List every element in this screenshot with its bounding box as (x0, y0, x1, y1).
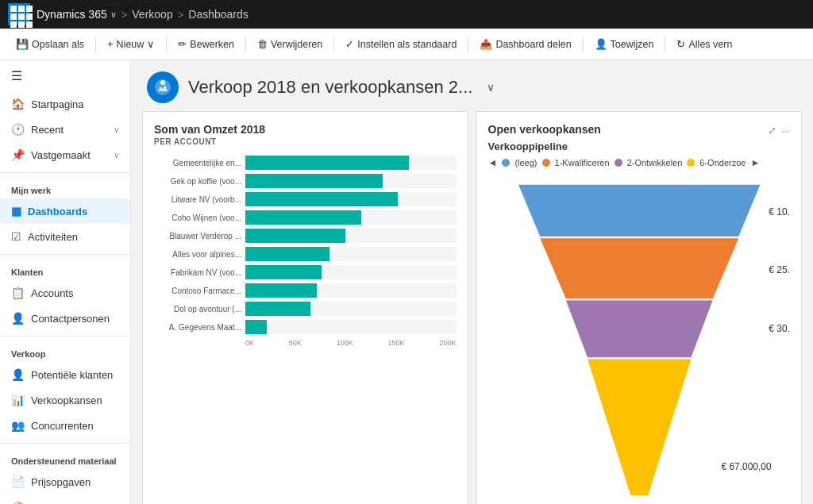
bar-chart-title: Som van Omzet 2018 (154, 123, 457, 136)
bar-row: Gek op koffie (voo... (154, 174, 457, 188)
sidebar-item-prijsopgaven[interactable]: 📄 Prijsopgaven (0, 469, 130, 494)
bewerken-button[interactable]: ✏ Bewerken (171, 34, 241, 54)
bar-track (245, 247, 457, 261)
bar-row: Alles voor alpines... (154, 247, 457, 261)
verwijderen-label: Verwijderen (271, 39, 322, 50)
opslaan-button[interactable]: 💾 Opslaan als (10, 34, 91, 54)
bar-track (245, 302, 457, 316)
bar-fill (245, 174, 383, 188)
svg-marker-2 (518, 185, 760, 237)
delen-button[interactable]: 📤 Dashboard delen (473, 34, 577, 54)
sidebar-item-recent[interactable]: 🕐 Recent ∨ (0, 117, 130, 142)
plus-icon: + (107, 38, 114, 50)
bar-chart-axes: 0K50K100K150K200K (245, 339, 457, 347)
legend-dot-leeg (502, 159, 510, 167)
svg-marker-4 (540, 238, 738, 298)
sidebar-toggle[interactable]: ☰ (0, 60, 130, 91)
topbar-separator2: > (178, 9, 184, 21)
more-icon[interactable]: ··· (781, 125, 790, 137)
sidebar-item-potentiele[interactable]: 👤 Potentiële klanten (0, 362, 130, 387)
bar-fill (245, 210, 361, 225)
sidebar-item-vastgemaakt[interactable]: 📌 Vastgemaakt ∨ (0, 142, 130, 167)
verwijderen-button[interactable]: 🗑 Verwijderen (251, 34, 329, 54)
bar-track (245, 283, 457, 298)
sidebar-item-dashboards[interactable]: ▦ Dashboards (0, 198, 130, 224)
bar-fill (245, 320, 267, 334)
funnel-legend: ◄ (leeg) 1-Kwalificeren 2-Ontwikkelen 6-… (488, 157, 791, 168)
app-name: Dynamics 365 (37, 8, 107, 21)
activiteiten-label: Activiteiten (28, 231, 78, 243)
sidebar-item-orders[interactable]: 📦 Orders (0, 494, 130, 504)
bar-fill (245, 247, 329, 261)
bar-fill (245, 302, 310, 316)
pin-icon: 📌 (11, 148, 25, 161)
bar-track (245, 265, 457, 279)
sidebar: ☰ 🏠 Startpagina 🕐 Recent ∨ 📌 Vastgemaakt… (0, 60, 131, 504)
bar-row: Blauwer Verderop ... (154, 229, 457, 243)
potentiele-icon: 👤 (11, 368, 25, 381)
bar-track (245, 320, 457, 334)
funnel-svg: € 10.000,00 € 25.000,00 € 30.000,00 € 67… (488, 176, 791, 504)
toewijzen-button[interactable]: 👤 Toewijzen (588, 34, 661, 54)
toolbar-sep7 (665, 37, 665, 52)
verkoopkansen-icon: 📊 (11, 394, 25, 406)
axis-label: 200K (439, 339, 456, 347)
sidebar-item-activiteiten[interactable]: ☑ Activiteiten (0, 224, 130, 249)
dashboards-label: Dashboards (28, 206, 87, 217)
activiteiten-icon: ☑ (11, 230, 21, 243)
bar-row: Coho Wijnen (voo... (154, 210, 457, 225)
contactpersonen-label: Contactpersonen (31, 313, 110, 325)
bar-row: Dol op avontuur (... (154, 302, 457, 316)
recent-chevron: ∨ (114, 125, 119, 134)
toewijzen-label: Toewijzen (611, 39, 654, 50)
accounts-icon: 📋 (11, 287, 25, 299)
bar-row: Fabrikam NV (voo... (154, 265, 457, 279)
svg-text:€ 10.000,00: € 10.000,00 (769, 206, 790, 217)
recent-icon: 🕐 (11, 123, 25, 136)
instellen-label: Instellen als standaard (357, 39, 457, 50)
sidebar-item-accounts[interactable]: 📋 Accounts (0, 280, 130, 306)
legend-prev[interactable]: ◄ (488, 157, 498, 168)
contact-icon: 👤 (11, 312, 25, 325)
prijsopgaven-label: Prijsopgaven (31, 476, 91, 488)
bar-label: Coho Wijnen (voo... (154, 214, 241, 222)
nieuw-button[interactable]: + Nieuw ∨ (101, 34, 161, 54)
bar-fill (245, 156, 409, 170)
expand-icon[interactable]: ⤢ (768, 125, 776, 137)
axis-label: 50K (289, 339, 302, 347)
axis-label: 0K (245, 339, 254, 347)
alles-button[interactable]: ↻ Alles vern (670, 34, 738, 54)
sidebar-item-contactpersonen[interactable]: 👤 Contactpersonen (0, 306, 130, 331)
sidebar-item-verkoopkansen[interactable]: 📊 Verkoopkansen (0, 387, 130, 413)
sidebar-item-concurrenten[interactable]: 👥 Concurrenten (0, 413, 130, 438)
bar-label: Gemeentelijke en... (154, 159, 241, 167)
check-icon: ✓ (345, 38, 354, 50)
funnel-chart-title: Open verkoopkansen (488, 123, 601, 136)
alles-label: Alles vern (688, 39, 732, 50)
bar-chart: Gemeentelijke en...Gek op koffie (voo...… (154, 156, 457, 334)
bar-track (245, 192, 457, 206)
svg-marker-6 (565, 301, 712, 358)
accounts-label: Accounts (31, 287, 73, 299)
legend-next[interactable]: ► (750, 157, 760, 168)
page-title-chevron[interactable]: ∨ (487, 81, 495, 94)
bar-fill (245, 283, 317, 298)
toolbar-sep4 (333, 37, 334, 52)
instellen-button[interactable]: ✓ Instellen als standaard (339, 34, 463, 54)
startpagina-label: Startpagina (31, 98, 84, 110)
topbar-section: Verkoop (132, 8, 172, 21)
sidebar-item-startpagina[interactable]: 🏠 Startpagina (0, 91, 130, 117)
bar-row: A. Gegevens Maat... (154, 320, 457, 334)
recent-label: Recent (31, 124, 64, 136)
bar-label: A. Gegevens Maat... (154, 323, 241, 332)
svg-text:€ 25.000,00: € 25.000,00 (769, 264, 790, 275)
dashboard-icon: ▦ (11, 205, 21, 217)
save-icon: 💾 (16, 38, 29, 50)
svg-point-1 (160, 80, 165, 85)
nieuw-label: Nieuw (117, 39, 144, 50)
waffle-icon[interactable] (8, 3, 30, 25)
bar-label: Contoso Farmace... (154, 287, 241, 295)
bar-label: Litware NV (voorb... (154, 195, 241, 204)
page-icon (147, 71, 179, 103)
bar-fill (245, 229, 345, 243)
